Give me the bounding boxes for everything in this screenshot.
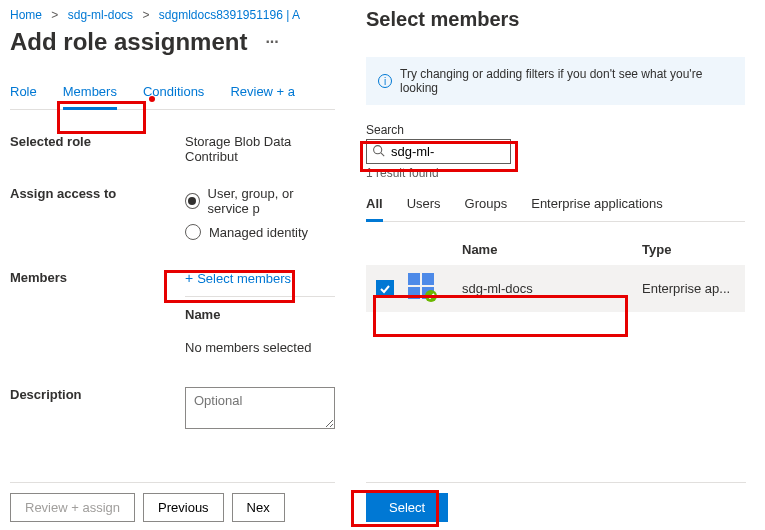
description-label: Description (10, 387, 185, 402)
previous-button[interactable]: Previous (143, 493, 224, 522)
chevron-right-icon: > (142, 8, 149, 22)
panel-tab-groups[interactable]: Groups (465, 196, 508, 221)
svg-rect-3 (422, 273, 434, 285)
info-bar: i Try changing or adding filters if you … (366, 57, 745, 105)
breadcrumb-home[interactable]: Home (10, 8, 42, 22)
radio-icon (185, 224, 201, 240)
panel-tab-all[interactable]: All (366, 196, 383, 222)
select-button[interactable]: Select (366, 493, 448, 522)
col-name-header: Name (462, 242, 642, 257)
review-assign-button[interactable]: Review + assign (10, 493, 135, 522)
members-label: Members (10, 270, 185, 285)
radio-user-group[interactable]: User, group, or service p (185, 186, 335, 216)
selected-role-label: Selected role (10, 134, 185, 149)
breadcrumb: Home > sdg-ml-docs > sdgmldocs8391951196… (10, 8, 335, 22)
assign-access-label: Assign access to (10, 186, 185, 201)
radio-managed-identity[interactable]: Managed identity (185, 224, 335, 240)
svg-line-1 (381, 152, 384, 155)
more-icon[interactable]: ··· (265, 33, 278, 51)
result-type: Enterprise ap... (642, 281, 745, 296)
search-input[interactable] (366, 139, 511, 164)
description-input[interactable] (185, 387, 335, 429)
selected-role-value: Storage Blob Data Contribut (185, 134, 335, 164)
tab-members[interactable]: Members (63, 84, 117, 110)
col-type-header: Type (642, 242, 745, 257)
search-icon (372, 144, 385, 160)
search-label: Search (366, 123, 745, 137)
svg-rect-4 (408, 287, 420, 299)
page-title: Add role assignment ··· (10, 28, 335, 56)
tab-role[interactable]: Role (10, 84, 37, 109)
svg-rect-2 (408, 273, 420, 285)
tab-review[interactable]: Review + a (230, 84, 295, 109)
panel-tab-users[interactable]: Users (407, 196, 441, 221)
checkbox-checked-icon[interactable] (376, 280, 394, 298)
panel-title: Select members (366, 8, 745, 31)
tabs: Role Members Conditions Review + a (10, 84, 335, 110)
members-name-header: Name (185, 297, 335, 330)
result-count: 1 result found (366, 166, 745, 180)
next-button[interactable]: Nex (232, 493, 285, 522)
breadcrumb-sdg[interactable]: sdg-ml-docs (68, 8, 133, 22)
info-icon: i (378, 74, 392, 88)
enterprise-app-icon (406, 271, 438, 303)
result-name: sdg-ml-docs (462, 281, 642, 296)
result-row[interactable]: sdg-ml-docs Enterprise ap... (366, 265, 745, 312)
radio-icon (185, 193, 200, 209)
select-members-link[interactable]: + Select members (185, 270, 335, 286)
svg-point-0 (374, 145, 382, 153)
breadcrumb-last[interactable]: sdgmldocs8391951196 | A (159, 8, 300, 22)
no-members-text: No members selected (185, 330, 335, 365)
plus-icon: + (185, 270, 193, 286)
tab-conditions[interactable]: Conditions (143, 84, 204, 109)
chevron-right-icon: > (51, 8, 58, 22)
panel-tab-enterprise[interactable]: Enterprise applications (531, 196, 663, 221)
